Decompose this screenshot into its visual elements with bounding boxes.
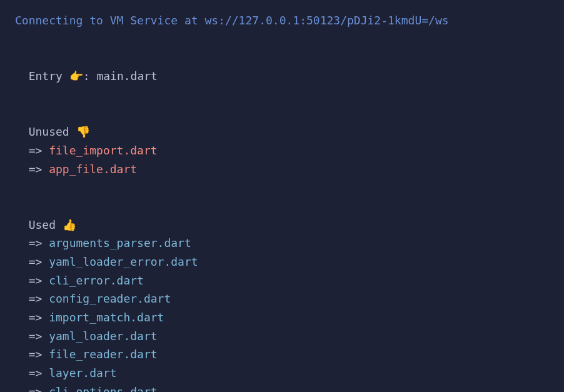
entry-label: Entry xyxy=(29,69,69,83)
unused-label: Unused xyxy=(29,125,76,138)
vm-connection-line: Connecting to VM Service at ws://127.0.0… xyxy=(15,11,549,30)
used-file-item: => cli_error.dart xyxy=(15,271,549,290)
used-file-item: => config_reader.dart xyxy=(15,289,549,308)
used-file-name: arguments_parser.dart xyxy=(49,236,191,249)
unused-header: Unused 👎 xyxy=(15,104,549,141)
arrow-icon: => xyxy=(29,163,49,176)
used-file-name: layer.dart xyxy=(49,366,116,379)
unused-file-item: => app_file.dart xyxy=(15,160,549,179)
unused-files-list: => file_import.dart=> app_file.dart xyxy=(15,141,549,178)
used-file-name: cli_error.dart xyxy=(49,274,144,287)
unused-file-item: => file_import.dart xyxy=(15,141,549,160)
used-file-item: => yaml_loader_error.dart xyxy=(15,253,549,271)
entry-line: Entry 👉: main.dart xyxy=(15,48,549,85)
blank-line xyxy=(15,30,549,49)
unused-file-name: file_import.dart xyxy=(49,144,157,157)
used-files-list: => arguments_parser.dart=> yaml_loader_e… xyxy=(15,234,549,392)
used-file-item: => cli_options.dart xyxy=(15,383,549,392)
entry-file: main.dart xyxy=(96,69,158,83)
used-file-name: cli_options.dart xyxy=(49,385,157,392)
used-file-name: config_reader.dart xyxy=(49,292,171,305)
thumbs-down-icon: 👎 xyxy=(76,123,90,141)
arrow-icon: => xyxy=(29,366,49,379)
arrow-icon: => xyxy=(29,255,49,268)
used-file-item: => import_match.dart xyxy=(15,308,549,327)
used-file-name: file_reader.dart xyxy=(49,348,157,361)
entry-separator: : xyxy=(83,69,97,83)
used-file-item: => yaml_loader.dart xyxy=(15,327,549,346)
blank-line xyxy=(15,178,549,197)
used-label: Used xyxy=(29,218,63,231)
used-file-item: => file_reader.dart xyxy=(15,345,549,364)
unused-file-name: app_file.dart xyxy=(49,163,137,176)
arrow-icon: => xyxy=(29,144,49,157)
thumbs-up-icon: 👍 xyxy=(63,216,76,234)
used-file-name: yaml_loader_error.dart xyxy=(49,255,198,268)
arrow-icon: => xyxy=(29,236,49,249)
pointing-right-icon: 👉 xyxy=(69,67,83,86)
used-file-name: yaml_loader.dart xyxy=(49,329,157,343)
used-file-item: => layer.dart xyxy=(15,364,549,383)
arrow-icon: => xyxy=(29,274,49,287)
arrow-icon: => xyxy=(29,329,49,343)
used-file-item: => arguments_parser.dart xyxy=(15,234,549,253)
used-file-name: import_match.dart xyxy=(49,311,164,324)
arrow-icon: => xyxy=(29,348,49,361)
arrow-icon: => xyxy=(29,292,49,305)
arrow-icon: => xyxy=(29,311,49,324)
blank-line xyxy=(15,86,549,104)
used-header: Used 👍 xyxy=(15,197,549,234)
arrow-icon: => xyxy=(29,385,49,392)
